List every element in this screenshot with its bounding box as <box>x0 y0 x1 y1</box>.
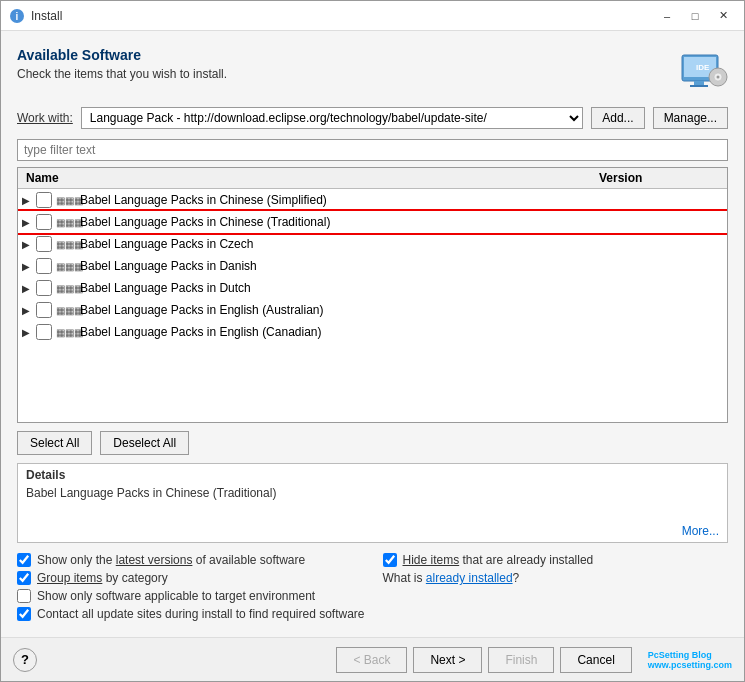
main-content: Available Software Check the items that … <box>1 31 744 637</box>
cancel-button[interactable]: Cancel <box>560 647 631 673</box>
details-label: Details <box>26 468 719 482</box>
expand-icon[interactable]: ▶ <box>22 305 36 316</box>
details-section: Details Babel Language Packs in Chinese … <box>17 463 728 543</box>
options-section: Show only the latest versions of availab… <box>17 553 728 621</box>
package-icon: ▦▦▦ <box>56 283 76 294</box>
title-bar-left: i Install <box>9 8 62 24</box>
svg-text:IDE: IDE <box>696 63 710 72</box>
header-section: Available Software Check the items that … <box>17 47 728 95</box>
deselect-all-button[interactable]: Deselect All <box>100 431 189 455</box>
item-checkbox[interactable] <box>36 236 52 252</box>
maximize-button[interactable]: □ <box>682 6 708 26</box>
help-button[interactable]: ? <box>13 648 37 672</box>
list-item[interactable]: ▶ ▦▦▦ Babel Language Packs in Chinese (T… <box>18 211 727 233</box>
item-name: Babel Language Packs in Czech <box>80 237 723 251</box>
work-with-row: Work with: Language Pack - http://downlo… <box>17 107 728 129</box>
select-all-button[interactable]: Select All <box>17 431 92 455</box>
svg-rect-4 <box>694 81 704 85</box>
package-icon: ▦▦▦ <box>56 217 76 228</box>
filter-input[interactable] <box>17 139 728 161</box>
applicable-env-checkbox[interactable] <box>17 589 31 603</box>
group-category-checkbox[interactable] <box>17 571 31 585</box>
list-item[interactable]: ▶ ▦▦▦ Babel Language Packs in Czech <box>18 233 727 255</box>
package-icon: ▦▦▦ <box>56 239 76 250</box>
finish-button[interactable]: Finish <box>488 647 554 673</box>
hide-installed-checkbox[interactable] <box>383 553 397 567</box>
option-row-2: Group items by category <box>17 571 363 585</box>
list-item[interactable]: ▶ ▦▦▦ Babel Language Packs in English (A… <box>18 299 727 321</box>
item-checkbox[interactable] <box>36 302 52 318</box>
show-latest-label: Show only the latest versions of availab… <box>37 553 305 567</box>
package-icon: ▦▦▦ <box>56 327 76 338</box>
window-title: Install <box>31 9 62 23</box>
item-checkbox[interactable] <box>36 280 52 296</box>
show-latest-checkbox[interactable] <box>17 553 31 567</box>
item-name: Babel Language Packs in English (Austral… <box>80 303 723 317</box>
what-installed-label: What is already installed? <box>383 571 520 585</box>
expand-icon[interactable]: ▶ <box>22 239 36 250</box>
footer-right: < Back Next > Finish Cancel PcSetting Bl… <box>336 647 732 673</box>
more-link[interactable]: More... <box>682 524 719 538</box>
page-subtitle: Check the items that you wish to install… <box>17 67 227 81</box>
svg-text:i: i <box>16 11 19 22</box>
back-button[interactable]: < Back <box>336 647 407 673</box>
list-item[interactable]: ▶ ▦▦▦ Babel Language Packs in Chinese (S… <box>18 189 727 211</box>
install-window: i Install – □ ✕ Available Software Check… <box>0 0 745 682</box>
work-with-label: Work with: <box>17 111 73 125</box>
version-column-header: Version <box>599 171 719 185</box>
package-icon: ▦▦▦ <box>56 305 76 316</box>
expand-icon[interactable]: ▶ <box>22 217 36 228</box>
option-row-4: Contact all update sites during install … <box>17 607 728 621</box>
add-button[interactable]: Add... <box>591 107 644 129</box>
expand-icon[interactable]: ▶ <box>22 283 36 294</box>
item-checkbox[interactable] <box>36 324 52 340</box>
item-checkbox[interactable] <box>36 214 52 230</box>
footer: ? < Back Next > Finish Cancel PcSetting … <box>1 637 744 681</box>
close-button[interactable]: ✕ <box>710 6 736 26</box>
expand-icon[interactable]: ▶ <box>22 327 36 338</box>
list-item[interactable]: ▶ ▦▦▦ Babel Language Packs in Dutch <box>18 277 727 299</box>
watermark-sub: www.pcsetting.com <box>648 660 732 670</box>
option-row-6: What is already installed? <box>383 571 729 585</box>
select-buttons-row: Select All Deselect All <box>17 431 728 455</box>
list-item[interactable]: ▶ ▦▦▦ Babel Language Packs in Danish <box>18 255 727 277</box>
option-row-5: Hide items that are already installed <box>383 553 729 567</box>
item-checkbox[interactable] <box>36 192 52 208</box>
group-category-label: Group items by category <box>37 571 168 585</box>
software-icon: IDE <box>680 47 728 95</box>
item-name: Babel Language Packs in Dutch <box>80 281 723 295</box>
svg-rect-5 <box>690 85 708 87</box>
manage-button[interactable]: Manage... <box>653 107 728 129</box>
software-list: Name Version ▶ ▦▦▦ Babel Language Packs … <box>17 167 728 423</box>
minimize-button[interactable]: – <box>654 6 680 26</box>
name-column-header: Name <box>26 171 599 185</box>
title-bar: i Install – □ ✕ <box>1 1 744 31</box>
package-icon: ▦▦▦ <box>56 261 76 272</box>
svg-point-8 <box>717 76 720 79</box>
package-icon: ▦▦▦ <box>56 195 76 206</box>
contact-sites-label: Contact all update sites during install … <box>37 607 365 621</box>
hide-installed-label: Hide items that are already installed <box>403 553 594 567</box>
item-checkbox[interactable] <box>36 258 52 274</box>
expand-icon[interactable]: ▶ <box>22 261 36 272</box>
footer-left: ? <box>13 648 37 672</box>
page-title: Available Software <box>17 47 227 63</box>
list-header: Name Version <box>18 168 727 189</box>
title-bar-controls: – □ ✕ <box>654 6 736 26</box>
work-with-select[interactable]: Language Pack - http://download.eclipse.… <box>81 107 583 129</box>
next-button[interactable]: Next > <box>413 647 482 673</box>
expand-icon[interactable]: ▶ <box>22 195 36 206</box>
item-name: Babel Language Packs in English (Canadia… <box>80 325 723 339</box>
option-row-3: Show only software applicable to target … <box>17 589 728 603</box>
item-name: Babel Language Packs in Danish <box>80 259 723 273</box>
already-installed-link[interactable]: already installed <box>426 571 513 585</box>
list-item[interactable]: ▶ ▦▦▦ Babel Language Packs in English (C… <box>18 321 727 343</box>
details-text: Babel Language Packs in Chinese (Traditi… <box>26 486 719 500</box>
watermark: PcSetting Blog www.pcsetting.com <box>648 650 732 670</box>
item-name: Babel Language Packs in Chinese (Simplif… <box>80 193 723 207</box>
install-icon: i <box>9 8 25 24</box>
applicable-env-label: Show only software applicable to target … <box>37 589 315 603</box>
watermark-text: PcSetting Blog <box>648 650 732 660</box>
header-text: Available Software Check the items that … <box>17 47 227 81</box>
contact-sites-checkbox[interactable] <box>17 607 31 621</box>
